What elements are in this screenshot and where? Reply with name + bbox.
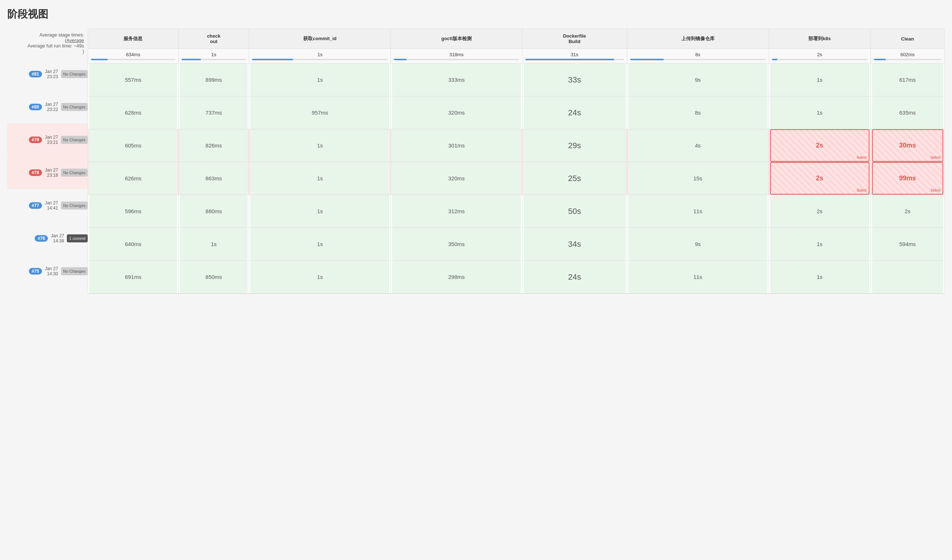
cell-inner[interactable]: 8s [628, 96, 768, 129]
grid-cell: 640ms [88, 228, 179, 261]
cell-inner[interactable]: 2sfailed [770, 129, 869, 162]
build-badge[interactable]: #79 [29, 137, 42, 143]
cell-inner[interactable]: 1s [180, 228, 248, 260]
cell-inner[interactable]: 99msfailed [872, 162, 943, 194]
grid-cell: 1s [179, 228, 249, 261]
changes-badge[interactable]: No Changes [61, 136, 88, 144]
cell-inner[interactable]: 15s [628, 162, 768, 194]
cell-inner[interactable]: 1s [250, 63, 389, 96]
grid-cell: 15s [627, 162, 769, 195]
cell-inner[interactable]: 312ms [392, 195, 521, 227]
cell-inner[interactable]: 9s [628, 63, 768, 96]
cell-value: 899ms [206, 77, 222, 83]
cell-inner[interactable]: 596ms [89, 195, 177, 227]
cell-inner[interactable]: 320ms [392, 162, 521, 194]
build-badge[interactable]: #81 [29, 71, 42, 77]
cell-inner[interactable]: 640ms [89, 228, 177, 260]
cell-inner[interactable]: 957ms [250, 96, 389, 129]
avg-cell-service: 634ms [88, 49, 179, 63]
cell-inner[interactable]: 863ms [180, 162, 248, 194]
changes-badge[interactable]: No Changes [61, 70, 88, 78]
cell-inner[interactable]: 34s [524, 228, 626, 260]
grid-cell: 635ms [871, 96, 944, 129]
cell-inner[interactable]: 30msfailed [872, 129, 943, 162]
progress-bar [874, 59, 886, 60]
cell-value: 557ms [125, 77, 141, 83]
cell-inner[interactable]: 737ms [180, 96, 248, 129]
grid-cell: 9s [627, 63, 769, 96]
page-title: 阶段视图 [7, 7, 945, 21]
cell-inner[interactable]: 1s [250, 195, 389, 227]
avg-value: 1s [211, 52, 216, 57]
cell-inner[interactable]: 635ms [872, 96, 943, 129]
progress-bar [772, 59, 778, 60]
cell-inner[interactable]: 350ms [392, 228, 521, 260]
cell-inner[interactable]: 333ms [392, 63, 521, 96]
grid-cell: 594ms [871, 228, 944, 261]
cell-inner[interactable]: 617ms [872, 63, 943, 96]
build-badge[interactable]: #77 [29, 202, 42, 209]
grid-cell: 2s [871, 195, 944, 228]
cell-inner[interactable]: 298ms [392, 261, 521, 293]
changes-badge[interactable]: 1 commit [67, 234, 88, 242]
cell-inner[interactable]: 594ms [872, 228, 943, 260]
build-badge[interactable]: #78 [29, 170, 42, 176]
column-header-dockerfile: DockerfileBuild [522, 29, 627, 49]
cell-inner[interactable]: 301ms [392, 129, 521, 162]
cell-inner[interactable]: 2sfailed [770, 162, 869, 194]
avg-value: 2s [817, 52, 822, 57]
cell-inner[interactable]: 899ms [180, 63, 248, 96]
changes-badge[interactable]: No Changes [61, 103, 88, 111]
cell-inner[interactable]: 2s [872, 195, 943, 227]
grid-cell: 320ms [391, 96, 522, 129]
cell-inner[interactable]: 626ms [89, 162, 177, 194]
build-date: Jan 27 [45, 102, 58, 107]
cell-inner[interactable]: 1s [250, 261, 389, 293]
avg-value: 634ms [126, 52, 140, 57]
cell-inner[interactable]: 4s [628, 129, 768, 162]
cell-inner[interactable]: 826ms [180, 129, 248, 162]
cell-inner[interactable]: 24s [524, 261, 626, 293]
cell-inner[interactable]: 691ms [89, 261, 177, 293]
cell-inner[interactable]: 11s [628, 261, 768, 293]
cell-inner[interactable]: 1s [250, 129, 389, 162]
data-row: 626ms863ms1s320ms25s15s2sfailed99msfaile… [88, 162, 944, 195]
grid-cell: 298ms [391, 261, 522, 293]
cell-inner[interactable]: 880ms [180, 195, 248, 227]
cell-inner[interactable]: 1s [770, 63, 869, 96]
changes-badge[interactable]: No Changes [61, 169, 88, 177]
cell-inner[interactable]: 33s [524, 63, 626, 96]
grid-cell: 11s [627, 195, 769, 228]
build-badge[interactable]: #76 [35, 235, 48, 242]
cell-inner[interactable]: 24s [524, 96, 626, 129]
cell-inner[interactable]: 605ms [89, 129, 177, 162]
cell-inner[interactable]: 9s [628, 228, 768, 260]
avg-cell-dockerfile: 31s [522, 49, 627, 63]
grid-cell: 737ms [179, 96, 249, 129]
cell-inner[interactable]: 1s [770, 96, 869, 129]
grid-cell: 850ms [179, 261, 249, 293]
changes-badge[interactable]: No Changes [61, 267, 88, 275]
cell-inner[interactable]: 29s [524, 129, 626, 162]
cell-value: 350ms [448, 241, 465, 247]
cell-inner[interactable]: 50s [524, 195, 626, 227]
grid-cell: 1s [249, 261, 391, 293]
grid-cell: 301ms [391, 129, 522, 162]
changes-badge[interactable]: No Changes [61, 202, 88, 210]
cell-inner[interactable]: 320ms [392, 96, 521, 129]
cell-inner[interactable]: 850ms [180, 261, 248, 293]
cell-inner[interactable]: 557ms [89, 63, 177, 96]
cell-inner[interactable]: 1s [250, 228, 389, 260]
progress-bar [525, 59, 614, 60]
build-badge[interactable]: #75 [29, 268, 42, 275]
cell-inner[interactable]: 25s [524, 162, 626, 194]
build-badge[interactable]: #80 [29, 104, 42, 110]
cell-inner[interactable] [872, 261, 943, 293]
cell-inner[interactable]: 1s [250, 162, 389, 194]
cell-inner[interactable]: 11s [628, 195, 768, 227]
cell-inner[interactable]: 1s [770, 228, 869, 260]
cell-inner[interactable]: 1s [770, 261, 869, 293]
column-header-k8s: 部署到k8s [769, 29, 871, 49]
cell-inner[interactable]: 2s [770, 195, 869, 227]
cell-inner[interactable]: 628ms [89, 96, 177, 129]
